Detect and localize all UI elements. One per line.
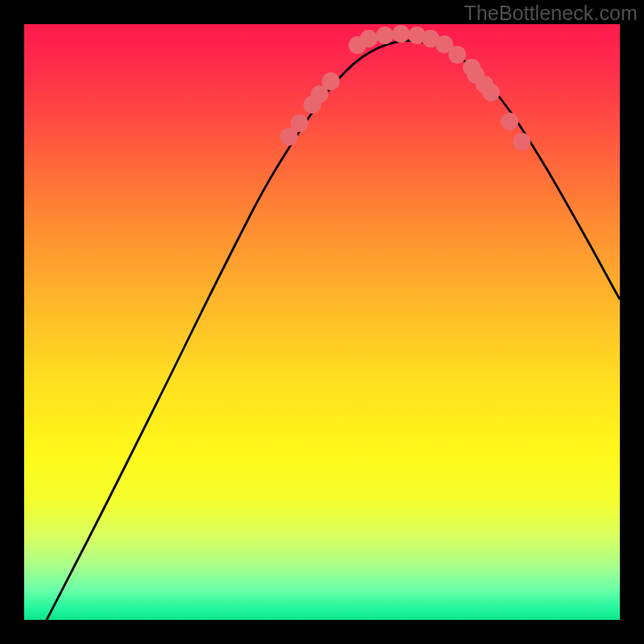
- curve-marker: [311, 85, 328, 103]
- curve-marker: [482, 84, 500, 101]
- curve-marker: [408, 27, 426, 44]
- curve-marker: [463, 59, 481, 76]
- curve-marker: [476, 76, 493, 93]
- curve-marker: [280, 128, 298, 146]
- curve-marker: [501, 113, 518, 130]
- watermark-text: TheBottleneck.com: [464, 2, 638, 25]
- curve-marker: [360, 30, 378, 47]
- bottleneck-curve: [47, 41, 620, 620]
- curve-marker: [513, 133, 530, 151]
- curve-marker: [349, 36, 366, 54]
- curve-marker: [291, 114, 308, 132]
- chart-area: [24, 24, 620, 620]
- curve-marker: [392, 25, 410, 43]
- curve-marker: [467, 66, 485, 84]
- curve-marker: [376, 27, 394, 44]
- curve-marker: [303, 96, 321, 114]
- curve-markers: [280, 25, 530, 151]
- curve-marker: [322, 72, 340, 90]
- curve-marker: [436, 35, 453, 53]
- curve-marker: [422, 30, 440, 47]
- curve-marker: [448, 46, 466, 64]
- chart-svg: [24, 24, 620, 620]
